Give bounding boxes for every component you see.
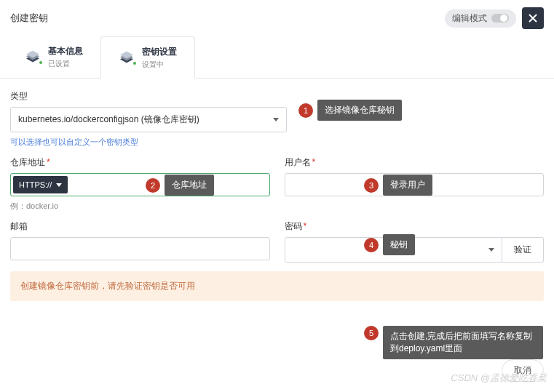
- annotation-5: 5 点击创建,完成后把前面填写名称复制到deploy.yaml里面: [364, 326, 543, 359]
- annotation-3: 3 登录用户: [364, 175, 432, 196]
- username-label: 用户名*: [285, 156, 545, 169]
- type-label: 类型: [10, 90, 287, 103]
- watermark: CSDN @孟德爱吃香菜: [451, 372, 547, 385]
- close-button[interactable]: [522, 7, 544, 29]
- scheme-select[interactable]: HTTPS://: [13, 176, 68, 193]
- edit-mode-toggle[interactable]: 编辑模式: [445, 9, 516, 28]
- scheme-value: HTTPS://: [19, 180, 52, 189]
- annotation-1: 1 选择镜像仓库秘钥: [298, 100, 402, 121]
- chevron-down-icon: [488, 248, 494, 252]
- chevron-down-icon: [56, 183, 62, 187]
- close-icon: [528, 13, 538, 23]
- tab-label: 基本信息: [48, 45, 83, 57]
- edit-mode-label: 编辑模式: [452, 12, 487, 25]
- password-label: 密码*: [285, 220, 545, 233]
- layers-icon: [25, 51, 41, 64]
- repo-label: 仓库地址*: [10, 156, 270, 169]
- tab-label: 密钥设置: [142, 46, 177, 58]
- email-input[interactable]: [10, 237, 270, 260]
- type-value: kubernetes.io/dockerconfigjson (镜像仓库密钥): [18, 113, 199, 126]
- verify-button[interactable]: 验证: [502, 237, 544, 263]
- annotation-4: 4 秘钥: [364, 234, 415, 255]
- toggle-switch-icon: [491, 14, 509, 23]
- tab-status: 设置中: [142, 60, 177, 70]
- repo-example: 例：docker.io: [10, 201, 270, 212]
- chevron-down-icon: [273, 118, 279, 121]
- warning-banner: 创建镜像仓库密钥前，请先验证密钥是否可用: [10, 271, 544, 301]
- tab-status: 已设置: [48, 59, 83, 69]
- layers-icon: [119, 52, 135, 65]
- page-title: 创建密钥: [10, 12, 48, 25]
- annotation-2: 2 仓库地址: [146, 175, 214, 196]
- tab-secret-settings[interactable]: 密钥设置 设置中: [100, 36, 195, 79]
- email-label: 邮箱: [10, 220, 270, 233]
- type-select[interactable]: kubernetes.io/dockerconfigjson (镜像仓库密钥): [10, 107, 287, 132]
- tab-basic-info[interactable]: 基本信息 已设置: [7, 36, 100, 78]
- type-hint: 可以选择也可以自定义一个密钥类型: [10, 137, 287, 148]
- tabs: 基本信息 已设置 密钥设置 设置中: [0, 36, 554, 79]
- repo-input-group: HTTPS://: [10, 173, 270, 196]
